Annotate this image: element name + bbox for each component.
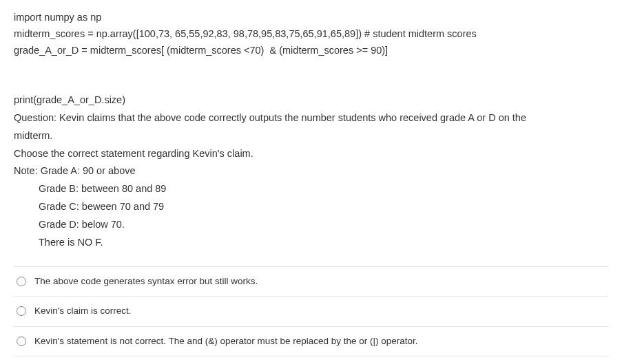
radio-icon[interactable] — [17, 336, 26, 346]
code-line-2: midterm_scores = np.array([100,73, 65,55… — [14, 26, 608, 43]
code-block: import numpy as np midterm_scores = np.a… — [14, 10, 608, 59]
option-2-label: Kevin's claim is correct. — [34, 303, 605, 319]
option-2[interactable]: Kevin's claim is correct. — [14, 296, 608, 325]
code-line-1: import numpy as np — [14, 10, 608, 26]
question-prompt-2: midterm. — [14, 128, 608, 144]
question-prompt-1: Question: Kevin claims that the above co… — [14, 110, 608, 127]
option-4[interactable]: Kevin's statement is not correct as ther… — [14, 356, 608, 364]
print-line: print(grade_A_or_D.size) — [14, 92, 608, 109]
grade-b: Grade B: between 80 and 89 — [14, 181, 608, 197]
answer-options: The above code generates syntax error bu… — [14, 266, 608, 364]
code-line-3: grade_A_or_D = midterm_scores[ (midterm_… — [14, 43, 608, 59]
grade-c: Grade C: beween 70 and 79 — [14, 199, 608, 215]
question-block: print(grade_A_or_D.size) Question: Kevin… — [14, 92, 608, 251]
choose-statement: Choose the correct statement regarding K… — [14, 146, 608, 162]
option-1[interactable]: The above code generates syntax error bu… — [14, 266, 608, 296]
option-1-label: The above code generates syntax error bu… — [34, 274, 605, 289]
radio-icon[interactable] — [17, 277, 26, 286]
option-3-label: Kevin's statement is not correct. The an… — [34, 334, 605, 349]
radio-icon[interactable] — [17, 306, 26, 316]
no-f: There is NO F. — [14, 235, 608, 251]
note-grade-a: Note: Grade A: 90 or above — [14, 163, 608, 180]
option-3[interactable]: Kevin's statement is not correct. The an… — [14, 326, 608, 356]
grade-d: Grade D: below 70. — [14, 217, 608, 233]
